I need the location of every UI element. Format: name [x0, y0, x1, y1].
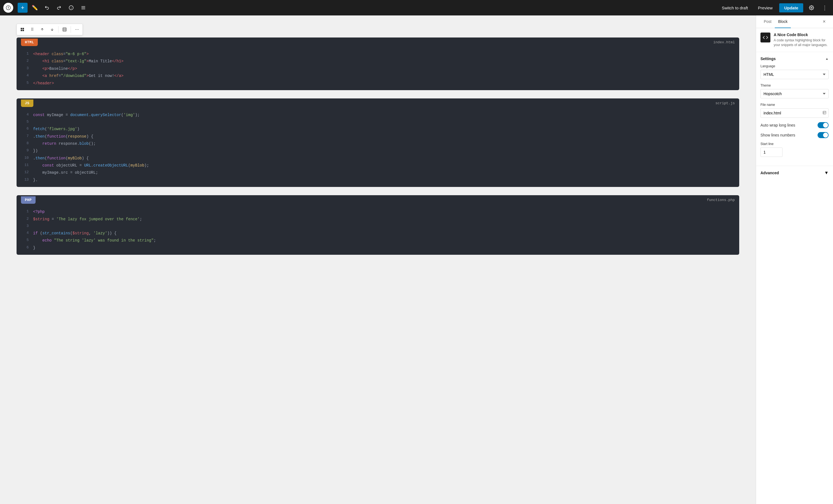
start-line-input[interactable]: [760, 147, 783, 157]
filename-icon: [823, 111, 826, 115]
block-toolbar: ⠿ ⋯: [17, 24, 83, 35]
align-button[interactable]: [60, 25, 69, 34]
move-up-button[interactable]: [38, 25, 47, 34]
code-line: 12 myImage.src = objectURL;: [17, 169, 739, 176]
code-line: 1 <header class="m-6 p-6">: [17, 50, 739, 57]
html-filename: index.html: [713, 38, 735, 47]
block-description: A code syntax highlighting block for you…: [774, 38, 829, 47]
theme-label: Theme: [760, 83, 829, 88]
block-name: A Nice Code Block: [774, 32, 829, 37]
edit-button[interactable]: ✏️: [30, 3, 40, 13]
code-line: 4 const myImage = document.querySelector…: [17, 112, 739, 119]
html-code-header: HTML index.html: [17, 38, 739, 47]
html-lang-badge: HTML: [21, 39, 38, 46]
show-lines-row: Show lines numbers: [760, 132, 829, 138]
switch-to-draft-button[interactable]: Switch to draft: [718, 4, 751, 12]
code-line: 6 }: [17, 244, 739, 251]
move-down-button[interactable]: [48, 25, 56, 34]
php-code-block: PHP functions.php 1 <?php 2 $string = 'T…: [17, 195, 739, 255]
advanced-panel: Advanced ▼: [756, 166, 833, 180]
code-line: 2 $string = 'The lazy fox jumped over th…: [17, 216, 739, 223]
svg-rect-9: [21, 30, 22, 31]
code-line: 5 echo "The string 'lazy' was found in t…: [17, 237, 739, 244]
code-line: 5: [17, 119, 739, 125]
svg-point-6: [811, 7, 812, 8]
show-lines-toggle[interactable]: [817, 132, 829, 138]
code-line: 13 }.: [17, 176, 739, 184]
start-line-label: Start line: [760, 142, 829, 146]
filename-input[interactable]: [760, 109, 829, 118]
block-info-text: A Nice Code Block A code syntax highligh…: [774, 32, 829, 47]
svg-rect-11: [63, 28, 66, 31]
js-code-block: JS script.js 4 const myImage = document.…: [17, 98, 739, 187]
language-field-group: Language HTML JavaScript PHP CSS Python: [760, 64, 829, 79]
undo-button[interactable]: [42, 3, 52, 13]
code-line: 7 .then(function(response) {: [17, 133, 739, 140]
tab-post[interactable]: Post: [760, 16, 775, 28]
code-line: 1 <?php: [17, 208, 739, 215]
settings-header[interactable]: Settings ▲: [760, 56, 829, 61]
sidebar: Post Block × A Nice Code Block A code sy…: [756, 16, 833, 504]
js-filename: script.js: [715, 98, 735, 108]
block-info: A Nice Code Block A code syntax highligh…: [756, 28, 833, 52]
block-icon: [760, 32, 770, 43]
settings-title: Settings: [760, 56, 776, 61]
js-code-header: JS script.js: [17, 98, 739, 108]
code-line: 2 <h1 class="text-lg">Main Title</h1>: [17, 57, 739, 65]
svg-rect-14: [823, 111, 826, 114]
filename-label: File name: [760, 103, 829, 107]
more-options-button[interactable]: ⋮: [820, 3, 830, 13]
html-code-block: HTML index.html 1 <header class="m-6 p-6…: [17, 38, 739, 90]
auto-wrap-row: Auto wrap long lines: [760, 122, 829, 128]
drag-handle[interactable]: ⠿: [28, 25, 37, 34]
info-button[interactable]: [66, 3, 76, 13]
show-lines-label: Show lines numbers: [760, 133, 795, 137]
code-line: 3 <p>Baseline</p>: [17, 65, 739, 72]
preview-button[interactable]: Preview: [755, 4, 776, 12]
language-select[interactable]: HTML JavaScript PHP CSS Python: [760, 70, 829, 79]
theme-select[interactable]: Hopscotch Dracula Monokai One Dark Solar…: [760, 89, 829, 98]
tab-block[interactable]: Block: [775, 16, 791, 28]
toolbar-divider: [58, 26, 58, 33]
svg-rect-8: [23, 28, 24, 29]
add-block-button[interactable]: +: [18, 3, 28, 13]
block-more-button[interactable]: ⋯: [73, 25, 81, 34]
settings-button[interactable]: [807, 3, 816, 13]
code-line: 11 const objectURL = URL.createObjectURL…: [17, 162, 739, 169]
code-line: 4 <a href="/download">Get it now!</a>: [17, 72, 739, 79]
sidebar-tabs: Post Block ×: [756, 16, 833, 28]
php-lang-badge: PHP: [21, 196, 35, 204]
svg-rect-10: [23, 30, 24, 31]
start-line-field-group: Start line: [760, 142, 829, 157]
list-view-button[interactable]: [78, 3, 88, 13]
main-toolbar: + ✏️ Switch to draft Preview Update ⋮: [0, 0, 833, 16]
sidebar-close-button[interactable]: ×: [820, 17, 829, 26]
code-line: 9 }): [17, 147, 739, 154]
code-line: 6 fetch('flowers.jpg'): [17, 125, 739, 133]
filename-field-group: File name: [760, 103, 829, 118]
settings-chevron-icon: ▲: [825, 57, 829, 61]
php-filename: functions.php: [707, 195, 735, 205]
toolbar-right: Switch to draft Preview Update ⋮: [718, 3, 830, 13]
update-button[interactable]: Update: [779, 3, 803, 13]
php-code-header: PHP functions.php: [17, 195, 739, 205]
code-line: 8 return response.blob();: [17, 140, 739, 147]
advanced-header[interactable]: Advanced ▼: [760, 170, 829, 175]
block-type-button[interactable]: [18, 25, 27, 34]
js-code-body: 4 const myImage = document.querySelector…: [17, 108, 739, 187]
toolbar-divider-2: [71, 26, 71, 33]
code-line: 3: [17, 223, 739, 230]
code-line: 10 .then(function(myBlob) {: [17, 155, 739, 162]
filename-input-wrap: [760, 109, 829, 118]
advanced-chevron-icon: ▼: [824, 170, 829, 175]
advanced-title: Advanced: [760, 171, 779, 175]
auto-wrap-label: Auto wrap long lines: [760, 123, 795, 127]
language-label: Language: [760, 64, 829, 68]
wp-logo[interactable]: [3, 3, 13, 13]
code-line: 5 </header>: [17, 80, 739, 87]
js-lang-badge: JS: [21, 99, 33, 107]
svg-rect-7: [21, 28, 22, 29]
redo-button[interactable]: [54, 3, 64, 13]
code-line: 4 if (str_contains($string, 'lazy')) {: [17, 230, 739, 237]
auto-wrap-toggle[interactable]: [817, 122, 829, 128]
